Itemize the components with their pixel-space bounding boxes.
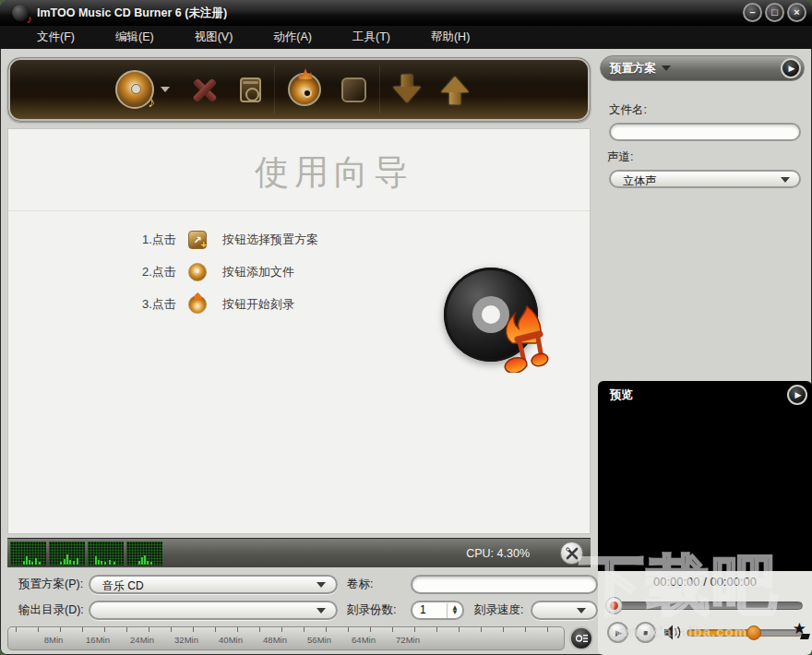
preset-select[interactable]: 音乐 CD bbox=[89, 575, 338, 594]
filename-input[interactable] bbox=[609, 123, 801, 141]
menu-file[interactable]: 文件(F) bbox=[37, 30, 75, 45]
menu-edit[interactable]: 编辑(E) bbox=[115, 30, 154, 45]
toolbar-separator bbox=[274, 66, 275, 113]
track-info-button[interactable] bbox=[569, 626, 593, 650]
menu-bar: 文件(F) 编辑(E) 视图(V) 动作(A) 工具(T) 帮助(H) bbox=[0, 26, 812, 49]
delete-button[interactable] bbox=[190, 75, 220, 104]
menu-action[interactable]: 动作(A) bbox=[273, 30, 312, 45]
filename-label: 文件名: bbox=[609, 102, 647, 118]
disc-list-icon bbox=[576, 633, 588, 644]
app-window: ♪ ImTOO Music CD Burner 6 (未注册) – □ × 文件… bbox=[0, 0, 812, 655]
app-icon: ♪ bbox=[12, 5, 29, 21]
music-note-icon: ♪ bbox=[27, 12, 33, 26]
preset-panel-title: 预置方案 bbox=[610, 61, 656, 77]
chevron-down-icon bbox=[316, 608, 326, 613]
ruler-label: 40Min bbox=[219, 635, 243, 645]
preview-title: 预览 bbox=[610, 387, 633, 403]
close-button[interactable]: × bbox=[787, 3, 806, 22]
volume-handle[interactable] bbox=[746, 625, 761, 640]
snapshot-icon[interactable]: ★ bbox=[793, 619, 806, 638]
output-dir-select[interactable] bbox=[89, 601, 338, 620]
toolbar-separator bbox=[379, 66, 380, 113]
volume-slider[interactable] bbox=[687, 629, 803, 637]
window-title: ImTOO Music CD Burner 6 (未注册) bbox=[37, 6, 227, 21]
speaker-icon[interactable] bbox=[664, 625, 685, 640]
media-controls: 00:00:00 / 00:00:00 ▶ ■ ★ bbox=[598, 571, 812, 655]
options-row-2: 输出目录(D): 刻录份数: ▲▼ 刻录速度: bbox=[7, 600, 591, 620]
copies-label: 刻录份数: bbox=[347, 602, 396, 618]
cpu-usage: CPU: 4.30% bbox=[466, 547, 530, 560]
seek-handle[interactable] bbox=[605, 597, 623, 614]
burn-button[interactable] bbox=[288, 73, 321, 106]
copies-stepper[interactable]: ▲▼ bbox=[411, 601, 464, 620]
burn-speed-select[interactable] bbox=[531, 601, 598, 620]
disc-label-label: 卷标: bbox=[347, 577, 373, 592]
options-row-1: 预置方案(P): 音乐 CD 卷标: bbox=[7, 574, 591, 594]
preset-value: 音乐 CD bbox=[102, 578, 144, 594]
wizard-step-3: 3.点击 按钮开始刻录 bbox=[142, 293, 318, 316]
ruler-ticks bbox=[16, 627, 560, 632]
menu-tools[interactable]: 工具(T) bbox=[352, 30, 390, 45]
toolbar: ♪ bbox=[7, 57, 591, 122]
move-down-button[interactable] bbox=[393, 73, 421, 106]
divider bbox=[8, 210, 590, 211]
flame-note-icon bbox=[492, 304, 551, 373]
play-icon: ▶ bbox=[614, 628, 622, 637]
chevron-down-icon bbox=[316, 582, 326, 588]
preset-panel-header[interactable]: 预置方案 ▶ bbox=[600, 55, 805, 81]
wizard-panel: 使用向导 1.点击 ↗ 按钮选择预置方案 2.点击 按钮添加文件 3.点击 按钮… bbox=[7, 128, 591, 534]
ruler-label: 72Min bbox=[396, 635, 420, 645]
move-up-button[interactable] bbox=[441, 73, 469, 106]
chevron-down-icon bbox=[662, 66, 671, 71]
stop-icon: ■ bbox=[643, 628, 648, 637]
copies-input[interactable] bbox=[420, 603, 446, 616]
wizard-step-2: 2.点击 按钮添加文件 bbox=[142, 261, 318, 283]
channel-select[interactable]: 立体声 bbox=[609, 170, 801, 188]
burn-button-icon bbox=[188, 295, 207, 314]
menu-view[interactable]: 视图(V) bbox=[195, 30, 233, 45]
title-bar: ♪ ImTOO Music CD Burner 6 (未注册) – □ × bbox=[0, 0, 812, 26]
menu-help[interactable]: 帮助(H) bbox=[431, 30, 470, 45]
disc-label-input[interactable] bbox=[411, 575, 598, 594]
stop-playback-button[interactable]: ■ bbox=[635, 622, 656, 643]
preview-panel: 预览 ▶ bbox=[598, 381, 812, 571]
seek-slider[interactable] bbox=[607, 601, 803, 610]
add-files-dropdown-icon[interactable] bbox=[161, 87, 170, 92]
add-files-button[interactable]: ♪ bbox=[115, 70, 170, 109]
wrench-icon bbox=[566, 547, 579, 560]
wizard-step-1: 1.点击 ↗ 按钮选择预置方案 bbox=[142, 229, 318, 251]
output-dir-label: 输出目录(D): bbox=[18, 602, 84, 618]
ruler-label: 24Min bbox=[130, 635, 154, 645]
audio-level-meters bbox=[10, 542, 162, 566]
preset-button-icon: ↗ bbox=[188, 231, 207, 249]
stop-button[interactable] bbox=[341, 77, 366, 102]
playback-time: 00:00:00 / 00:00:00 bbox=[598, 575, 812, 589]
ruler-label: 8Min bbox=[44, 635, 64, 645]
preview-expand-button[interactable]: ▶ bbox=[787, 385, 807, 405]
minimize-button[interactable]: – bbox=[743, 3, 762, 22]
ruler-label: 32Min bbox=[174, 635, 198, 645]
burn-speed-label: 刻录速度: bbox=[474, 602, 523, 618]
spin-down-icon[interactable]: ▼ bbox=[451, 611, 459, 615]
chevron-down-icon bbox=[577, 608, 586, 613]
panel-expand-button[interactable]: ▶ bbox=[781, 58, 801, 78]
add-files-button-icon bbox=[188, 263, 207, 281]
preset-label: 预置方案(P): bbox=[18, 577, 83, 592]
status-bar: CPU: 4.30% bbox=[7, 538, 591, 567]
chevron-down-icon bbox=[781, 177, 790, 183]
tools-button[interactable] bbox=[560, 542, 583, 565]
maximize-button[interactable]: □ bbox=[765, 3, 784, 22]
ruler-label: 16Min bbox=[86, 635, 110, 645]
ruler-label: 56Min bbox=[307, 635, 331, 645]
disc-capacity-ruler: 8Min 16Min 24Min 32Min 40Min 48Min 56Min… bbox=[7, 626, 565, 650]
ruler-label: 64Min bbox=[352, 635, 376, 645]
add-disc-icon: ♪ bbox=[115, 70, 154, 109]
play-button[interactable]: ▶ bbox=[607, 622, 628, 643]
channel-label: 声道: bbox=[607, 149, 633, 165]
ruler-label: 48Min bbox=[263, 635, 287, 645]
channel-value: 立体声 bbox=[623, 173, 656, 189]
cd-burner-logo bbox=[444, 268, 538, 362]
wizard-title: 使用向导 bbox=[8, 149, 590, 196]
clear-list-button[interactable] bbox=[240, 77, 261, 102]
